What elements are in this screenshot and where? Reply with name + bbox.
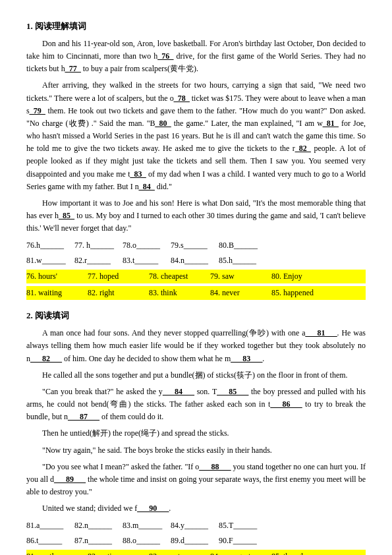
section1-answers-row1: 76. hours' 77. hoped 78. cheapest 79. sa… bbox=[26, 270, 366, 283]
section2: 2. 阅读填词 A man once had four sons. And th… bbox=[26, 309, 366, 555]
ans-80: 80. Enjoy bbox=[271, 270, 331, 283]
section2-para3: "Can you break that?" he asked the y___8… bbox=[26, 386, 366, 424]
blank-s85-label: 85.T______ bbox=[219, 519, 265, 532]
blank-85-label: 85.h______ bbox=[219, 254, 265, 267]
section2-para5: "Now try again," he said. The boys broke… bbox=[26, 444, 366, 457]
blank-s86-label: 86.t______ bbox=[26, 535, 72, 547]
section1-answers-row2: 81. waiting 82. right 83. think 84. neve… bbox=[26, 286, 366, 300]
section1-blanks-row2: 81.w______ 82.r______ 83.t______ 84.n___… bbox=[26, 254, 366, 267]
ans-84: 84. never bbox=[210, 287, 269, 299]
ans-s82: 82. notice bbox=[88, 550, 147, 555]
blank-s90-label: 90.F______ bbox=[219, 535, 265, 547]
blank-83-label: 83.t______ bbox=[123, 254, 169, 267]
section1-para2: After arriving, they walked in the stree… bbox=[26, 79, 366, 193]
blank-82-label: 82.r______ bbox=[74, 254, 121, 267]
blank-80-label: 80.B______ bbox=[219, 239, 265, 252]
section1-title: 1. 阅读理解填词 bbox=[26, 20, 366, 34]
section1-para3: How important it was to Joe and his son!… bbox=[26, 197, 366, 235]
blank-84-label: 84.n______ bbox=[171, 254, 217, 267]
section2-para7: United we stand; divided we f___90___. bbox=[26, 502, 366, 515]
section1-para1: Don and his 11-year-old son, Aron, love … bbox=[26, 38, 366, 76]
blank-81-label: 81.w______ bbox=[26, 254, 72, 267]
section2-blanks-row1: 81.a______ 82.n______ 83.m______ 84.y___… bbox=[26, 519, 366, 532]
ans-s81: 81. another bbox=[26, 550, 86, 555]
section2-answers-row1: 81. another 82. notice 83. meant 84. you… bbox=[26, 550, 366, 555]
ans-83: 83. think bbox=[149, 287, 208, 299]
blank-s83-label: 83.m______ bbox=[123, 519, 169, 532]
section2-para6: "Do you see what I mean?" asked the fath… bbox=[26, 461, 366, 499]
section1-blanks-row1: 76.h______ 77. h______ 78.o______ 79.s__… bbox=[26, 239, 366, 252]
section2-para4: Then he untied(解开) the rope(绳子) and spre… bbox=[26, 427, 366, 440]
section2-blanks-row2: 86.t______ 87.n______ 88.o______ 89.d___… bbox=[26, 535, 366, 547]
section2-title: 2. 阅读填词 bbox=[26, 309, 366, 323]
ans-79: 79. saw bbox=[210, 270, 269, 283]
blank-s89-label: 89.d______ bbox=[171, 535, 217, 547]
blank-76-label: 76.h______ bbox=[26, 239, 72, 252]
blank-s84-label: 84.y______ bbox=[171, 519, 217, 532]
ans-78: 78. cheapest bbox=[149, 270, 208, 283]
blank-s88-label: 88.o______ bbox=[123, 535, 169, 547]
section2-title-text: 2. 阅读填词 bbox=[26, 310, 69, 320]
ans-85: 85. happened bbox=[271, 287, 331, 299]
section1-title-text: 1. 阅读理解填词 bbox=[26, 21, 86, 31]
ans-77: 77. hoped bbox=[88, 270, 147, 283]
blank-78-label: 78.o______ bbox=[123, 239, 169, 252]
ans-s83: 83. meant bbox=[149, 550, 208, 555]
section2-para2: He called all the sons together and put … bbox=[26, 369, 366, 382]
ans-s85: 85. though bbox=[271, 550, 331, 555]
blank-s81-label: 81.a______ bbox=[26, 519, 72, 532]
blank-79-label: 79.s______ bbox=[171, 239, 217, 252]
ans-s84: 84. youngest bbox=[210, 550, 269, 555]
blank-s82-label: 82.n______ bbox=[74, 519, 121, 532]
blank-s87-label: 87.n______ bbox=[74, 535, 121, 547]
ans-76: 76. hours' bbox=[26, 270, 86, 283]
section1: 1. 阅读理解填词 Don and his 11-year-old son, A… bbox=[26, 20, 366, 300]
blank-77-label: 77. h______ bbox=[74, 239, 121, 252]
ans-81: 81. waiting bbox=[26, 287, 86, 299]
ans-82: 82. right bbox=[88, 287, 147, 299]
section2-para1: A man once had four sons. And they never… bbox=[26, 327, 366, 365]
